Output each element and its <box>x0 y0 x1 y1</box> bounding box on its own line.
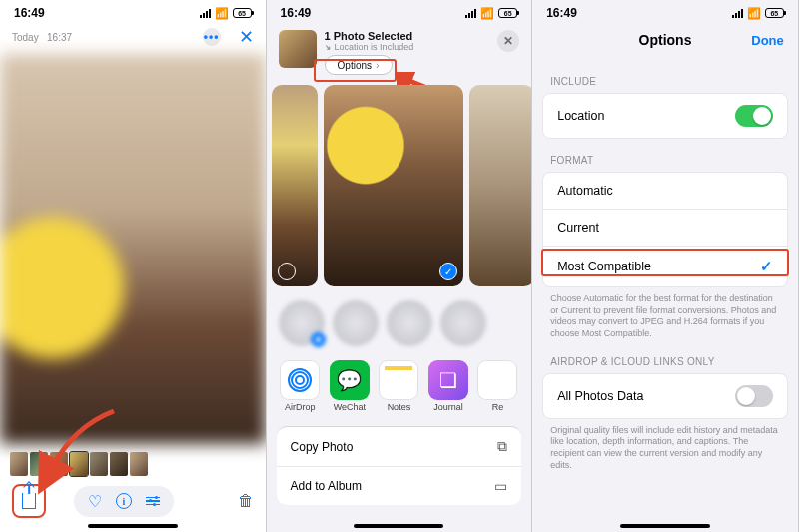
selection-ring-icon <box>278 263 296 280</box>
info-icon: i <box>116 493 132 509</box>
share-contacts-row[interactable] <box>267 290 532 350</box>
app-label: Journal <box>433 402 463 412</box>
all-photos-data-label: All Photos Data <box>557 389 643 403</box>
journal-icon: ❏ <box>428 360 468 400</box>
app-label: Re <box>492 402 504 412</box>
close-button[interactable]: ✕ <box>239 26 254 48</box>
app-label: Notes <box>388 402 411 412</box>
favorite-button[interactable]: ♡ <box>88 492 102 511</box>
section-format-label: FORMAT <box>532 139 798 172</box>
copy-icon: ⧉ <box>497 438 507 455</box>
all-photos-data-row[interactable]: All Photos Data <box>543 374 787 418</box>
section-include-label: INCLUDE <box>532 60 798 93</box>
photo-timestamp: 16:37 <box>47 32 72 43</box>
thumbnail[interactable] <box>110 452 128 476</box>
battery-icon: 65 <box>498 8 517 18</box>
status-time: 16:49 <box>281 6 312 20</box>
checkmark-icon: ✓ <box>439 263 457 280</box>
more-icon: : <box>477 360 517 400</box>
thumbnail[interactable] <box>130 452 148 476</box>
airdrop-group: All Photos Data <box>542 373 788 419</box>
location-label: Location <box>557 109 604 123</box>
status-icons: 65 <box>465 6 517 20</box>
status-icons: 65 <box>200 6 252 20</box>
photo-option[interactable] <box>272 85 318 286</box>
all-photos-data-toggle[interactable] <box>735 385 773 407</box>
app-notes[interactable]: Notes <box>378 360 421 412</box>
location-included-label: Location is Included <box>325 42 490 52</box>
sliders-icon <box>146 497 160 506</box>
delete-button[interactable]: 🗑 <box>238 492 254 510</box>
section-airdrop-label: AIRDROP & ICLOUD LINKS ONLY <box>532 340 798 373</box>
airdrop-footer-note: Original quality files will include edit… <box>532 419 798 472</box>
thumbnail[interactable] <box>10 452 28 476</box>
action-add-to-album[interactable]: Add to Album ▭ <box>277 467 522 505</box>
contact-avatar[interactable] <box>440 300 486 346</box>
photo-preview[interactable] <box>0 54 266 444</box>
photo-date: Today <box>12 32 39 43</box>
location-toggle[interactable] <box>735 105 773 127</box>
app-airdrop[interactable]: AirDrop <box>279 360 323 412</box>
share-button[interactable] <box>12 484 46 518</box>
done-button[interactable]: Done <box>751 33 784 48</box>
info-button[interactable]: i <box>116 493 132 509</box>
adjust-button[interactable] <box>146 497 160 506</box>
battery-icon: 65 <box>233 8 252 18</box>
battery-icon: 65 <box>765 8 784 18</box>
home-indicator <box>88 524 178 528</box>
action-label: Copy Photo <box>291 440 354 454</box>
cell-signal-icon <box>200 9 211 18</box>
thumbnail[interactable] <box>30 452 48 476</box>
album-icon: ▭ <box>494 478 507 494</box>
thumbnail-selected[interactable] <box>70 452 88 476</box>
action-pill: ♡ i <box>74 486 174 517</box>
include-group: Location <box>542 93 788 139</box>
share-icon <box>22 493 36 509</box>
svg-point-1 <box>292 372 308 388</box>
app-label: WeChat <box>334 402 366 412</box>
home-indicator <box>354 524 443 528</box>
photos-viewer-screen: 16:49 65 Today 16:37 ••• ✕ ♡ <box>0 0 267 532</box>
nav-title: Options <box>639 32 692 48</box>
contact-avatar[interactable] <box>279 300 325 346</box>
options-settings-screen: 16:49 65 Options Done INCLUDE Location F… <box>532 0 799 532</box>
app-journal[interactable]: ❏ Journal <box>426 360 470 412</box>
share-sheet-screen: 16:49 65 1 Photo Selected Location is In… <box>267 0 533 532</box>
format-automatic-row[interactable]: Automatic <box>543 173 787 210</box>
format-most-compatible-row[interactable]: Most Compatible ✓ <box>543 247 787 286</box>
home-indicator <box>620 524 710 528</box>
cell-signal-icon <box>732 9 743 18</box>
status-time: 16:49 <box>14 6 45 20</box>
thumbnail[interactable] <box>50 452 68 476</box>
format-current-row[interactable]: Current <box>543 210 787 247</box>
format-label: Automatic <box>557 184 613 198</box>
more-menu-button[interactable]: ••• <box>203 28 221 46</box>
status-bar: 16:49 65 <box>532 0 798 22</box>
contact-avatar[interactable] <box>333 300 379 346</box>
thumbnail-strip[interactable] <box>0 444 266 478</box>
app-more[interactable]: : Re <box>476 360 520 412</box>
location-row[interactable]: Location <box>543 94 787 138</box>
wifi-icon <box>215 6 229 20</box>
action-copy-photo[interactable]: Copy Photo ⧉ <box>277 427 522 467</box>
svg-point-0 <box>296 376 304 384</box>
cell-signal-icon <box>465 9 476 18</box>
status-icons: 65 <box>732 6 784 20</box>
format-group: Automatic Current Most Compatible ✓ <box>542 172 788 287</box>
photo-option-selected[interactable]: ✓ <box>324 85 463 286</box>
photo-selection-row[interactable]: ✓ <box>267 81 532 290</box>
close-button[interactable]: ✕ <box>497 30 519 52</box>
notes-icon <box>379 360 418 400</box>
app-wechat[interactable]: 💬 WeChat <box>328 360 372 412</box>
photo-option[interactable] <box>469 85 533 286</box>
annotation-highlight <box>541 249 789 276</box>
share-actions-list: Copy Photo ⧉ Add to Album ▭ <box>277 426 522 505</box>
format-label: Current <box>557 221 599 235</box>
contact-avatar[interactable] <box>387 300 432 346</box>
action-label: Add to Album <box>291 479 362 493</box>
annotation-highlight <box>314 59 397 82</box>
nav-bar: Options Done <box>532 22 798 60</box>
share-apps-row[interactable]: AirDrop 💬 WeChat Notes ❏ Journal : Re <box>267 350 532 418</box>
selection-title: 1 Photo Selected <box>325 30 490 42</box>
thumbnail[interactable] <box>90 452 108 476</box>
